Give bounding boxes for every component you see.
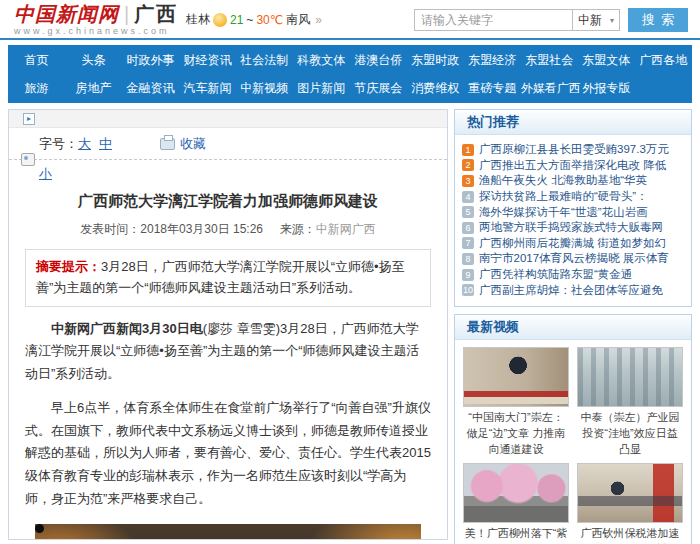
rank-badge: 7 [462, 237, 474, 249]
nav-item-banking[interactable]: 金融资讯 [122, 74, 179, 102]
hot-item-8[interactable]: 8南宁市2017体育风云榜揭晓 展示体育 [462, 251, 684, 267]
fontsize-label: 字号： [39, 135, 78, 153]
video-thumbnail[interactable] [463, 463, 569, 523]
hot-item-4[interactable]: 4探访扶贫路上最难啃的“硬骨头”： [462, 189, 684, 205]
hot-item-5[interactable]: 5海外华媒探访千年“世遗”花山岩画 [462, 204, 684, 220]
logo-main: 中国新闻网 [14, 3, 119, 25]
broken-image-icon: ▸ [23, 113, 35, 125]
logo-separator: | [124, 3, 129, 25]
nav-item-hk-macao[interactable]: 港澳台侨 [350, 46, 407, 74]
nav-item-finance[interactable]: 财经资讯 [179, 46, 236, 74]
search-input[interactable] [414, 9, 572, 31]
rank-badge: 3 [462, 175, 474, 187]
nav-item-photos[interactable]: 图片新闻 [293, 74, 350, 102]
nav-item-realestate[interactable]: 房地产 [65, 74, 122, 102]
hot-item-text: 广西凭祥构筑陆路东盟“黄金通 [479, 267, 632, 282]
rank-badge: 2 [462, 159, 474, 171]
hot-item-text: 广西原柳江县县长田雯受贿397.3万元 [479, 142, 669, 157]
nav-item-specials[interactable]: 重磅专题 [464, 74, 521, 102]
weather-more-arrow[interactable]: » [315, 13, 322, 27]
rank-badge: 4 [462, 191, 474, 203]
hot-item-2[interactable]: 2广西推出五大方面举措深化电改 降低 [462, 158, 684, 174]
nav-row-2: 旅游 房地产 金融资讯 汽车新闻 中新视频 图片新闻 节庆展会 消费维权 重磅专… [8, 74, 692, 102]
search-scope-value: 中新 [578, 12, 602, 29]
video-thumbnail[interactable] [577, 463, 683, 523]
nav-item-asean-society[interactable]: 东盟社会 [521, 46, 578, 74]
nav-item-edu-culture[interactable]: 科教文体 [293, 46, 350, 74]
fontsize-toolbar: 字号： 大 中 收藏 [9, 128, 447, 156]
hot-item-text: 广西柳州雨后花瓣满城 街道如梦如幻 [479, 236, 666, 251]
hot-item-text: 广西推出五大方面举措深化电改 降低 [479, 158, 666, 173]
search-button[interactable]: 搜索 [628, 8, 688, 32]
site-logo[interactable]: 中国新闻网|广西 www.gx.chinanews.com [14, 3, 178, 36]
article-column: ▸ 字号： 大 中 收藏 小 广西师范大学漓江学院着力加强师德师风建设 发表时间… [8, 109, 448, 540]
video-item-1[interactable]: “中国南大门”崇左：做足“边”文章 力推南向通道建设 [463, 347, 569, 458]
nav-item-asean-economy[interactable]: 东盟经济 [464, 46, 521, 74]
weather-temp-low: 21 [230, 13, 243, 27]
share-icon[interactable] [21, 153, 35, 166]
nav-item-asean-culture[interactable]: 东盟文体 [578, 46, 635, 74]
favorite-button[interactable]: 收藏 [180, 135, 206, 153]
nav-item-asean-politics[interactable]: 东盟时政 [407, 46, 464, 74]
summary-box: 摘要提示：3月28日，广西师范大学漓江学院开展以“立师德•扬至善”为主题的第一个… [25, 249, 431, 307]
weather-widget[interactable]: 桂林 21~30℃ 南风 » [186, 11, 322, 28]
nav-item-video[interactable]: 中新视频 [236, 74, 293, 102]
video-caption[interactable]: “中国南大门”崇左：做足“边”文章 力推南向通道建设 [463, 410, 569, 458]
hot-item-text: 海外华媒探访千年“世遗”花山岩画 [479, 205, 648, 220]
latest-videos-title: 最新视频 [455, 315, 691, 340]
fontsize-small-row: 小 [9, 160, 447, 183]
video-caption[interactable]: 美！广西柳州落下“紫荆花雨” [463, 526, 569, 544]
nav-item-headlines[interactable]: 头条 [65, 46, 122, 74]
nav-item-auto[interactable]: 汽车新闻 [179, 74, 236, 102]
video-item-4[interactable]: 广西钦州保税港加速融入南向通道建设 [577, 463, 683, 544]
site-header: 中国新闻网|广西 www.gx.chinanews.com 桂林 21~30℃ … [0, 0, 700, 38]
video-thumbnail[interactable] [463, 347, 569, 407]
hot-item-text: 广西副主席胡焯：社会团体等应避免 [479, 283, 663, 298]
hot-item-text: 探访扶贫路上最难啃的“硬骨头”： [479, 189, 648, 204]
logo-url: www.gx.chinanews.com [14, 26, 178, 36]
hot-item-3[interactable]: 3渔船午夜失火 北海救助基地“华英 [462, 173, 684, 189]
hot-item-6[interactable]: 6两地警方联手捣毁家族式特大贩毒网 [462, 220, 684, 236]
article-paragraph-2: 早上6点半，体育系全体师生在食堂前广场举行了“向善自强”升旗仪式。在国旗下，教师… [25, 397, 431, 511]
main-nav: 首页 头条 时政外事 财经资讯 社会法制 科教文体 港澳台侨 东盟时政 东盟经济… [8, 45, 692, 103]
video-caption[interactable]: 中泰（崇左）产业园 投资“洼地”效应日益凸显 [577, 410, 683, 458]
rank-badge: 9 [462, 269, 474, 281]
fontsize-large-button[interactable]: 大 [78, 135, 91, 153]
video-item-2[interactable]: 中泰（崇左）产业园 投资“洼地”效应日益凸显 [577, 347, 683, 458]
video-item-3[interactable]: 美！广西柳州落下“紫荆花雨” [463, 463, 569, 544]
weather-temp-high: 30℃ [256, 13, 283, 27]
video-caption[interactable]: 广西钦州保税港加速融入南向通道建设 [577, 526, 683, 544]
nav-item-consumer[interactable]: 消费维权 [407, 74, 464, 102]
fontsize-small-button[interactable]: 小 [39, 166, 52, 181]
logo-text: 中国新闻网|广西 [14, 3, 178, 25]
hot-item-1[interactable]: 1广西原柳江县县长田雯受贿397.3万元 [462, 142, 684, 158]
nav-item-politics[interactable]: 时政外事 [122, 46, 179, 74]
article-toolbar-strip: ▸ [9, 110, 447, 128]
publish-time-label: 发表时间： [80, 222, 140, 236]
favorite-icon [160, 138, 175, 150]
rank-badge: 6 [462, 222, 474, 234]
hot-item-10[interactable]: 10广西副主席胡焯：社会团体等应避免 [462, 282, 684, 298]
hot-item-9[interactable]: 9广西凭祥构筑陆路东盟“黄金通 [462, 267, 684, 283]
nav-item-foreign-media[interactable]: 外媒看广西 [521, 74, 578, 102]
nav-item-home[interactable]: 首页 [8, 46, 65, 74]
rank-badge: 1 [462, 144, 474, 156]
content-area: ▸ 字号： 大 中 收藏 小 广西师范大学漓江学院着力加强师德师风建设 发表时间… [8, 109, 692, 544]
summary-label: 摘要提示： [36, 259, 101, 274]
nav-item-travel[interactable]: 旅游 [8, 74, 65, 102]
nav-item-festivals[interactable]: 节庆展会 [350, 74, 407, 102]
hot-item-7[interactable]: 7广西柳州雨后花瓣满城 街道如梦如幻 [462, 236, 684, 252]
video-thumbnail[interactable] [577, 347, 683, 407]
sun-icon [213, 13, 227, 27]
nav-item-foreign-edition[interactable]: 外报专版 [578, 74, 635, 102]
nav-item-guangxi-local[interactable]: 广西各地 [635, 46, 692, 74]
chevron-down-icon: ▾ [610, 16, 614, 25]
nav-row-1: 首页 头条 时政外事 财经资讯 社会法制 科教文体 港澳台侨 东盟时政 东盟经济… [8, 46, 692, 74]
article-photo: 广西师范大学漓江学院 “立师德•扬至善”师德师风 建设主题活动日 ——课程思政“… [35, 524, 421, 540]
nav-item-society-law[interactable]: 社会法制 [236, 46, 293, 74]
header-divider [0, 38, 700, 40]
hot-item-text: 渔船午夜失火 北海救助基地“华英 [479, 173, 647, 188]
search-scope-select[interactable]: 中新 ▾ [572, 9, 620, 31]
dotted-divider [9, 159, 447, 160]
fontsize-medium-button[interactable]: 中 [99, 135, 112, 153]
